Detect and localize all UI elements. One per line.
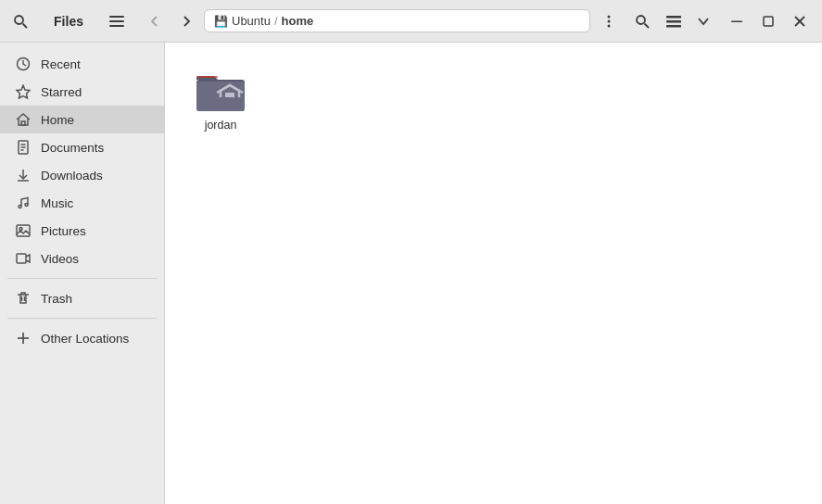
sidebar-item-videos[interactable]: Videos [0, 245, 164, 272]
breadcrumb: 💾 Ubuntu / home [204, 9, 590, 32]
trash-label: Trash [41, 292, 72, 306]
svg-point-28 [19, 228, 22, 231]
svg-rect-12 [666, 25, 681, 28]
sidebar-divider-2 [7, 318, 157, 319]
sidebar-item-recent[interactable]: Recent [0, 50, 164, 78]
svg-rect-36 [225, 93, 234, 97]
minimize-button[interactable] [722, 10, 752, 32]
drive-icon: 💾 [214, 15, 228, 28]
home-icon [15, 112, 32, 127]
documents-icon [15, 140, 32, 155]
home-label: Home [41, 113, 74, 127]
music-label: Music [41, 196, 73, 210]
sidebar-item-home[interactable]: Home [0, 106, 164, 133]
more-options-button[interactable] [594, 8, 624, 34]
pictures-label: Pictures [41, 224, 86, 238]
titlebar-center: 💾 Ubuntu / home [133, 8, 624, 34]
svg-rect-3 [109, 20, 124, 22]
svg-rect-10 [666, 16, 681, 19]
videos-icon [15, 251, 32, 266]
svg-point-5 [608, 15, 611, 18]
view-dropdown-button[interactable] [690, 10, 716, 32]
svg-rect-11 [666, 20, 681, 23]
svg-line-9 [645, 23, 650, 28]
svg-rect-29 [17, 254, 26, 263]
starred-icon [15, 84, 32, 99]
back-button[interactable] [141, 9, 169, 33]
file-name-jordan: jordan [205, 119, 237, 132]
music-icon [15, 195, 32, 210]
titlebar-left: Files [7, 8, 130, 34]
file-area: jordan [165, 43, 822, 504]
svg-rect-27 [17, 225, 30, 236]
maximize-button[interactable] [753, 10, 783, 32]
close-button[interactable] [785, 10, 815, 32]
sidebar-item-music[interactable]: Music [0, 189, 164, 217]
file-grid: jordan [183, 61, 803, 139]
svg-rect-37 [196, 76, 218, 78]
sidebar: Recent Starred Home [0, 43, 165, 504]
breadcrumb-separator: / [274, 14, 278, 28]
svg-rect-13 [731, 20, 742, 22]
sidebar-item-documents[interactable]: Documents [0, 133, 164, 161]
main-area: Recent Starred Home [0, 43, 822, 504]
folder-icon [195, 69, 247, 115]
sidebar-item-starred[interactable]: Starred [0, 78, 164, 106]
sidebar-item-pictures[interactable]: Pictures [0, 217, 164, 245]
starred-label: Starred [41, 85, 82, 99]
window-controls [722, 10, 815, 32]
svg-rect-4 [109, 25, 124, 27]
svg-point-0 [15, 16, 23, 24]
breadcrumb-ubuntu[interactable]: Ubuntu [232, 14, 271, 28]
downloads-label: Downloads [41, 169, 103, 183]
view-list-button[interactable] [659, 8, 689, 34]
videos-label: Videos [41, 252, 79, 266]
recent-label: Recent [41, 57, 81, 71]
downloads-icon [15, 168, 32, 183]
svg-rect-2 [109, 16, 124, 18]
recent-icon [15, 57, 32, 71]
svg-point-6 [608, 19, 611, 22]
svg-line-1 [23, 23, 28, 28]
file-item-jordan[interactable]: jordan [183, 61, 258, 139]
svg-point-26 [25, 204, 28, 207]
search-button[interactable] [7, 8, 33, 34]
sidebar-item-trash[interactable]: Trash [0, 284, 164, 312]
svg-marker-18 [17, 85, 30, 98]
search-toggle-button[interactable] [627, 8, 657, 34]
add-location-icon [15, 331, 32, 346]
other-locations-label: Other Locations [41, 332, 129, 346]
trash-icon [15, 291, 32, 306]
breadcrumb-home: home [282, 14, 314, 28]
svg-rect-19 [21, 121, 25, 125]
titlebar-right [627, 8, 815, 34]
svg-point-8 [637, 16, 645, 24]
sidebar-item-other-locations[interactable]: Other Locations [0, 324, 164, 352]
documents-label: Documents [41, 141, 104, 155]
menu-button[interactable] [104, 8, 130, 34]
sidebar-item-downloads[interactable]: Downloads [0, 161, 164, 189]
svg-rect-14 [764, 17, 773, 26]
sidebar-divider [7, 278, 157, 279]
app-title: Files [41, 14, 96, 29]
forward-button[interactable] [172, 9, 200, 33]
svg-point-7 [608, 24, 611, 27]
titlebar: Files 💾 Ubuntu / home [0, 0, 822, 43]
pictures-icon [15, 223, 32, 238]
svg-point-25 [19, 206, 21, 208]
